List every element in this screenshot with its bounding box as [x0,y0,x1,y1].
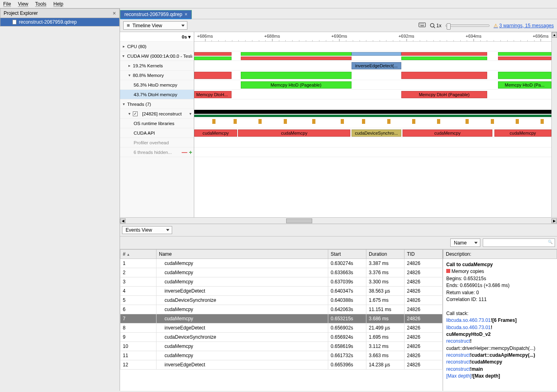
table-row[interactable]: 8inverseEdgeDetect0.656902s21.499 µs2482… [120,323,443,333]
seg-dtoh[interactable]: Memcpy DtoH (Pageable) [401,91,487,98]
warnings-link[interactable]: ⚠ 3 warnings, 15 messages [494,23,554,28]
plus-icon[interactable]: + [189,149,192,156]
table-row[interactable]: 5cudaDeviceSynchronize0.640388s1.675 ms2… [120,296,443,305]
chevron-down-icon[interactable]: ▾ [127,73,131,77]
chevron-down-icon[interactable]: ▾ [188,111,192,116]
tree-cpu[interactable]: ▸CPU (80) [120,42,194,51]
col-tid[interactable]: TID [405,250,443,259]
checkbox-icon[interactable]: ✓ [133,111,138,116]
os-runtime-tick[interactable] [491,119,494,124]
close-tab-icon[interactable]: × [185,12,187,17]
os-runtime-tick[interactable] [541,119,544,124]
menu-file[interactable]: File [3,1,11,7]
events-view-label: Events View [126,227,152,233]
minus-icon[interactable]: — [182,149,187,156]
seg-cudasync[interactable]: cudaDeviceSynchro... [352,129,402,137]
table-row[interactable]: 12inverseEdgeDetect0.665396s14.238 µs248… [120,360,443,370]
table-row[interactable]: 7cudaMemcpy0.653215s3.686 ms24826 [120,314,443,323]
menu-view[interactable]: View [18,1,28,7]
tree-dtoh[interactable]: 43.7% DtoH memcpy [120,90,194,99]
os-runtime-tick[interactable] [284,119,287,124]
stack-frame: cudart::driverHelper::memcpyDispatch(...… [446,345,554,352]
timeline-vscroll[interactable]: ▲ [551,32,557,217]
table-row[interactable]: 4inverseEdgeDetect0.640347s38.563 µs2482… [120,287,443,296]
table-row[interactable]: 10cudaMemcpy0.658619s3.112 ms24826 [120,342,443,351]
filter-input[interactable] [483,238,555,247]
os-runtime-tick[interactable] [387,119,390,124]
seg-inverse-edge[interactable]: inverseEdgeDetect(... [352,62,402,69]
tree-thread-main[interactable]: ▾✓ [24826] reconstruct▾ [120,109,194,119]
timeline-view-dropdown[interactable]: Timeline View [123,21,187,30]
menu-tools[interactable]: Tools [35,1,47,7]
scroll-thumb[interactable] [286,218,312,223]
seg-cudamemcpy[interactable]: cudaMemcpy [194,129,237,137]
seg-cudamemcpy[interactable]: cudaMemcpy [238,129,350,137]
os-runtime-tick[interactable] [516,119,519,124]
os-runtime-tick[interactable] [466,119,469,124]
os-runtime-tick[interactable] [212,119,215,124]
tree-profiler-overhead[interactable]: Profiler overhead [120,138,194,148]
axis-tick: +696ms [533,34,549,38]
tree-kernels[interactable]: ▸19.2% Kernels [120,61,194,71]
os-runtime-tick[interactable] [362,119,365,124]
col-name[interactable]: Name [157,250,328,259]
os-runtime-tick[interactable] [312,119,315,124]
col-start[interactable]: Start [328,250,366,259]
tree-os-runtime[interactable]: OS runtime libraries [120,119,194,128]
chevron-down-icon[interactable]: ▾ [122,102,126,106]
os-runtime-tick[interactable] [258,119,262,124]
seg-htod[interactable]: Memcpy HtoD (Pageable) [241,81,352,89]
axis-tick: +688ms [264,34,280,38]
menu-help[interactable]: Help [53,1,63,7]
table-row[interactable]: 9cudaDeviceSynchronize0.656924s1.695 ms2… [120,333,443,342]
table-row[interactable]: 3cudaMemcpy0.637039s3.300 ms24826 [120,277,443,287]
chevron-right-icon[interactable]: ▸ [122,44,126,48]
tree-cuda-api[interactable]: CUDA API [120,128,194,138]
events-view-dropdown[interactable]: Events View [122,226,172,234]
os-runtime-tick[interactable] [341,119,344,124]
search-icon [483,238,555,247]
scroll-up-icon[interactable]: ▲ [552,32,557,38]
project-file-item[interactable]: reconstruct-2067959.qdrep [0,18,120,26]
col-duration[interactable]: Duration [366,250,405,259]
seg-cudamemcpy[interactable]: cudaMemcpy [494,129,551,137]
tree-threads[interactable]: ▾Threads (7) [120,99,194,109]
os-runtime-tick[interactable] [437,119,440,124]
os-runtime-tick[interactable] [234,119,237,124]
track-threads-header [194,99,551,109]
zoom-slider[interactable] [445,24,490,27]
timeline-canvas[interactable]: +686ms+688ms+690ms+692ms+694ms+696ms [194,32,551,217]
events-table-wrap[interactable]: # Name Start Duration TID 1cudaMemcpy0.6… [120,249,443,391]
os-runtime-tick[interactable] [412,119,415,124]
desc-return: Return value: 0 [446,289,554,296]
panel-title: Project Explorer [4,10,38,16]
filter-field-dropdown[interactable]: Name [450,238,480,247]
seg-htod[interactable]: Memcpy HtoD (Pa... [498,81,552,89]
table-row[interactable]: 6cudaMemcpy0.642063s11.151 ms24826 [120,305,443,314]
tree-htod[interactable]: 56.3% HtoD memcpy [120,80,194,90]
tree-threads-hidden[interactable]: 6 threads hidden... —+ [120,148,194,157]
table-row[interactable]: 11cudaMemcpy0.661732s3.663 ms24826 [120,351,443,360]
close-icon[interactable]: × [113,10,116,16]
track-profiler [194,138,551,148]
table-row[interactable]: 2cudaMemcpy0.633663s3.376 ms24826 [120,268,443,277]
zoom-control[interactable]: 1x [430,23,441,28]
desc-ends: Ends: 0.656901s (+3.686 ms) [446,282,554,289]
seg-dtoh[interactable]: Memcpy DtoH... [194,91,232,98]
tree-memory[interactable]: ▾80.8% Memory [120,71,194,80]
table-row[interactable]: 1cudaMemcpy0.630274s3.387 ms24826 [120,259,443,268]
tab-report[interactable]: reconstruct-2067959.qdrep × [120,10,192,19]
chevron-down-icon[interactable]: ▾ [122,54,126,58]
keyboard-icon[interactable] [419,22,426,29]
col-number[interactable]: # [120,250,157,259]
tab-bar: reconstruct-2067959.qdrep × [120,8,557,19]
tree-cuda-hw[interactable]: ▾CUDA HW (0000:1A:00.0 - Tesla [120,51,194,61]
track-kernels: inverseEdgeDetect(... [194,61,551,71]
scroll-right-icon[interactable]: ▶ [551,218,557,223]
chevron-down-icon[interactable]: ▾ [127,111,131,116]
timeline-hscroll[interactable]: ◀ ▶ [120,217,557,224]
stack-frame: [Max depth]![Max depth] [446,373,554,380]
chevron-right-icon[interactable]: ▸ [127,63,131,68]
seg-cudamemcpy[interactable]: cudaMemcpy [403,129,492,137]
scroll-left-icon[interactable]: ◀ [120,218,126,223]
